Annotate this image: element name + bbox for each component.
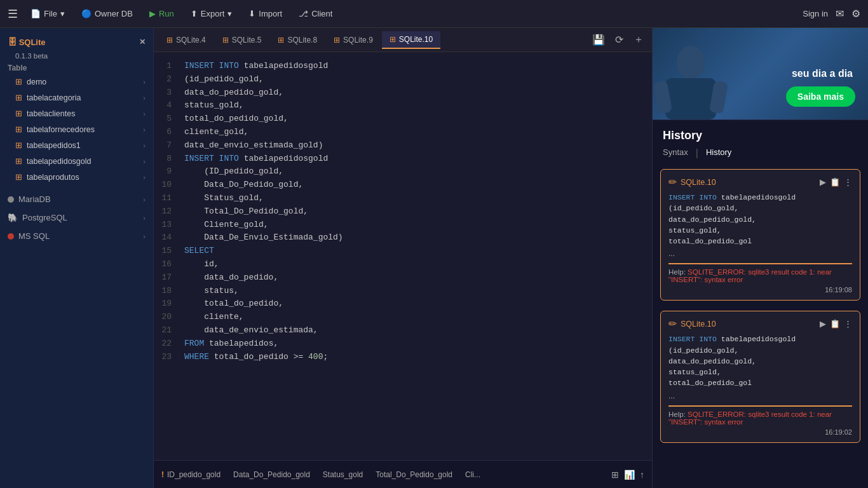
mssql-icon <box>8 233 14 240</box>
tab-sqlite10[interactable]: ⊞ SQLite.10 <box>382 31 440 49</box>
history-card-2-timestamp: 16:19:02 <box>668 428 852 436</box>
sidebar-item-tabelaclientes[interactable]: ⊞ tabelaclientes › <box>0 105 153 121</box>
sqlite-icon: 🗄 <box>8 37 17 47</box>
sqlite-header[interactable]: 🗄 SQLite ✕ <box>0 33 153 51</box>
chevron-icon: › <box>143 233 146 240</box>
history-card-1: ✏ SQLite.10 ▶ 📋 ⋮ INSERT INTO tabelapedi… <box>660 169 860 301</box>
add-tab-button[interactable]: ＋ <box>630 32 647 48</box>
history-card-2-ellipsis: ... <box>668 391 852 400</box>
history-card-2-code: INSERT INTO tabelapedidosgold (id_pedido… <box>668 334 852 388</box>
owner-db-button[interactable]: 🔵 Owner DB <box>78 6 137 21</box>
history-card-2-divider <box>668 405 852 407</box>
chevron-right-icon: › <box>143 110 146 118</box>
sidebar-item-tabelapedidosgold[interactable]: ⊞ tabelapedidosgold › <box>0 153 153 169</box>
client-button[interactable]: ⎇ Client <box>295 6 336 21</box>
history-card-1-header: ✏ SQLite.10 ▶ 📋 ⋮ <box>668 176 852 188</box>
sqlite-section: 🗄 SQLite ✕ 0.1.3 beta Table ⊞ demo › ⊞ t… <box>0 28 153 190</box>
tabs-bar: ⊞ SQLite.4 ⊞ SQLite.5 ⊞ SQLite.8 ⊞ SQLit… <box>154 28 652 52</box>
edit-icon: ✏ <box>668 176 677 188</box>
db-icon: 🔵 <box>81 9 92 18</box>
chevron-right-icon: › <box>143 126 146 133</box>
mail-icon[interactable]: ✉ <box>836 8 844 20</box>
right-panel: seu dia a dia Saiba mais History Syntax … <box>652 28 868 488</box>
table-icon: ⊞ <box>15 156 22 166</box>
file-menu-button[interactable]: 📄 File ▾ <box>27 6 69 21</box>
table-icon: ⊞ <box>15 109 22 118</box>
result-col-id: ! ID_pedido_gold <box>161 470 220 479</box>
postgresql-icon: 🐘 <box>8 213 18 222</box>
history-card-2: ✏ SQLite.10 ▶ 📋 ⋮ INSERT INTO tabelapedi… <box>660 311 860 442</box>
result-col-data: Data_Do_Pedido_gold <box>233 470 310 479</box>
tab-sqlite8[interactable]: ⊞ SQLite.8 <box>270 32 325 48</box>
chevron-icon: ✕ <box>139 37 146 46</box>
history-card-2-header: ✏ SQLite.10 ▶ 📋 ⋮ <box>668 318 852 330</box>
tab-icon: ⊞ <box>222 36 229 44</box>
history-card-1-actions: ▶ 📋 ⋮ <box>820 177 852 187</box>
refresh-tab-button[interactable]: ⟳ <box>612 32 627 48</box>
tab-sqlite4[interactable]: ⊞ SQLite.4 <box>159 32 214 48</box>
chevron-right-icon: › <box>143 158 146 165</box>
table-icon: ⊞ <box>15 140 22 150</box>
export-icon: ⬆ <box>191 9 198 18</box>
menu-icon[interactable]: ☰ <box>8 7 18 21</box>
history-card-2-db: SQLite.10 <box>681 320 816 329</box>
result-bar: ! ID_pedido_gold Data_Do_Pedido_gold Sta… <box>154 460 652 488</box>
history-copy-button[interactable]: 📋 <box>830 177 840 187</box>
sidebar-item-tabelapedidos1[interactable]: ⊞ tabelapedidos1 › <box>0 137 153 153</box>
chevron-right-icon: › <box>143 142 146 149</box>
sqlite-version: 0.1.3 beta <box>0 51 153 61</box>
import-icon: ⬇ <box>248 9 255 18</box>
grid-view-button[interactable]: ⊞ <box>611 470 619 480</box>
tab-icon: ⊞ <box>390 35 396 44</box>
chevron-right-icon: › <box>143 173 146 181</box>
history-card-2-help: Help: SQLITE_ERROR: sqlite3 result code … <box>668 410 852 426</box>
history-title: History <box>663 129 858 142</box>
history-more-button[interactable]: ⋮ <box>844 177 852 187</box>
table-icon: ⊞ <box>15 77 22 86</box>
history-more-button[interactable]: ⋮ <box>844 319 852 329</box>
code-content[interactable]: INSERT INTO tabelapedidosgold (id_pedido… <box>177 52 652 460</box>
history-copy-button[interactable]: 📋 <box>830 319 840 329</box>
topbar-left: ☰ 📄 File ▾ 🔵 Owner DB ▶ Run ⬆ Export ▾ ⬇… <box>8 6 792 21</box>
chevron-right-icon: › <box>143 78 146 86</box>
topbar-right: Sign in ✉ ⚙ <box>803 8 860 20</box>
import-button[interactable]: ⬇ Import <box>245 6 286 21</box>
sidebar-item-demo[interactable]: ⊞ demo › <box>0 74 153 90</box>
sidebar-item-tabelaprodutos[interactable]: ⊞ tabelaprodutos › <box>0 169 153 185</box>
chart-view-button[interactable]: 📊 <box>624 470 635 480</box>
mariadb-section[interactable]: MariaDB › <box>0 190 153 208</box>
main-layout: 🗄 SQLite ✕ 0.1.3 beta Table ⊞ demo › ⊞ t… <box>0 28 868 488</box>
history-tabs: Syntax | History <box>663 147 858 159</box>
tab-syntax[interactable]: Syntax <box>663 147 688 159</box>
chevron-down-icon: ▾ <box>227 9 232 18</box>
save-tab-button[interactable]: 💾 <box>589 32 608 48</box>
export-result-button[interactable]: ↑ <box>640 470 644 480</box>
saiba-mais-button[interactable]: Saiba mais <box>786 86 855 107</box>
editor-area: ⊞ SQLite.4 ⊞ SQLite.5 ⊞ SQLite.8 ⊞ SQLit… <box>154 28 652 488</box>
result-col-status: Status_gold <box>323 470 363 479</box>
chevron-icon: › <box>143 214 146 222</box>
postgresql-section[interactable]: 🐘 PostgreSQL › <box>0 208 153 227</box>
run-button[interactable]: ▶ Run <box>146 6 178 21</box>
tab-icon: ⊞ <box>334 36 340 44</box>
client-icon: ⎇ <box>299 9 308 18</box>
file-icon: 📄 <box>31 9 41 18</box>
tab-history[interactable]: History <box>706 147 731 159</box>
code-editor[interactable]: 1234567891011121314151617181920212223 IN… <box>154 52 652 460</box>
mariadb-icon <box>8 196 14 203</box>
history-run-button[interactable]: ▶ <box>820 177 826 187</box>
history-card-2-actions: ▶ 📋 ⋮ <box>820 319 852 329</box>
history-run-button[interactable]: ▶ <box>820 319 826 329</box>
svg-rect-1 <box>665 78 716 119</box>
sidebar-item-tabelacategoria[interactable]: ⊞ tabelacategoria › <box>0 90 153 105</box>
history-card-1-timestamp: 16:19:08 <box>668 286 852 294</box>
history-card-1-ellipsis: ... <box>668 249 852 258</box>
sidebar-item-tabelafornecedores[interactable]: ⊞ tabelafornecedores › <box>0 121 153 137</box>
ad-banner: seu dia a dia Saiba mais <box>653 28 868 120</box>
export-button[interactable]: ⬆ Export ▾ <box>187 6 236 21</box>
signin-button[interactable]: Sign in <box>803 9 828 18</box>
mssql-section[interactable]: MS SQL › <box>0 227 153 245</box>
tab-sqlite9[interactable]: ⊞ SQLite.9 <box>326 32 381 48</box>
tab-sqlite5[interactable]: ⊞ SQLite.5 <box>215 32 269 48</box>
settings-icon[interactable]: ⚙ <box>851 8 860 20</box>
